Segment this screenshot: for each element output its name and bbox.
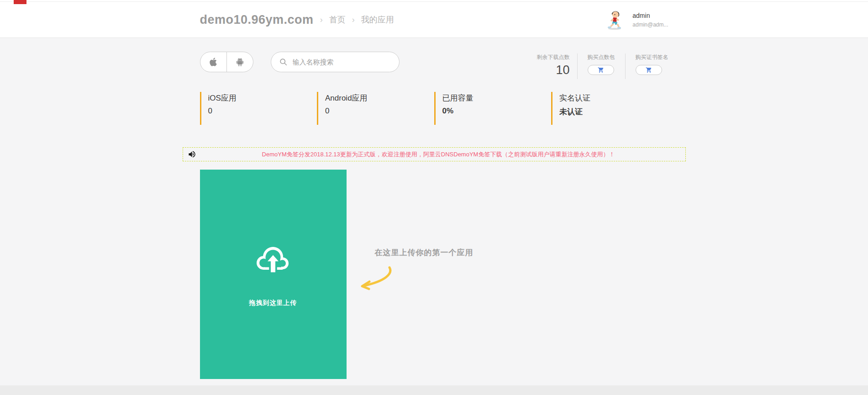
stat-label: 已用容量 bbox=[442, 93, 552, 103]
upload-hint: 在这里上传你的第一个应用 bbox=[375, 247, 473, 258]
breadcrumb-separator: › bbox=[320, 15, 323, 25]
remaining-points: 剩余下载点数 10 bbox=[537, 53, 577, 79]
dropzone-label: 拖拽到这里上传 bbox=[249, 299, 297, 307]
avatar[interactable] bbox=[604, 9, 625, 30]
search-input[interactable] bbox=[293, 58, 391, 66]
header: demo10.96ym.com › 首页 › 我的应用 bbox=[0, 2, 868, 38]
filter-android-button[interactable] bbox=[226, 52, 253, 72]
top-left-red-mark bbox=[14, 0, 26, 4]
breadcrumb-current[interactable]: 我的应用 bbox=[361, 14, 394, 25]
android-icon bbox=[236, 57, 244, 67]
buy-points-block: 购买点数包 bbox=[578, 53, 625, 79]
breadcrumb-separator: › bbox=[352, 15, 355, 25]
stat-value: 未认证 bbox=[559, 107, 668, 117]
site-title: demo10.96ym.com bbox=[200, 13, 314, 27]
filter-ios-button[interactable] bbox=[200, 52, 226, 72]
buy-certificate-button[interactable] bbox=[636, 65, 662, 75]
upload-hint-text: 在这里上传你的第一个应用 bbox=[375, 247, 473, 258]
buy-certificate-block: 购买证书签名 bbox=[626, 53, 668, 79]
stat-value: 0 bbox=[325, 107, 434, 116]
notice-banner: DemoYM免签分发2018.12.13更新为正式版，欢迎注册使用，阿里云DNS… bbox=[183, 147, 686, 161]
user-email: admin@adm... bbox=[632, 21, 668, 28]
toolbar: 剩余下载点数 10 购买点数包 购买证书签名 bbox=[200, 52, 668, 79]
stat-real-name-auth: 实名认证 未认证 bbox=[551, 92, 668, 125]
stat-used-capacity: 已用容量 0% bbox=[434, 92, 552, 125]
upload-dropzone[interactable]: 拖拽到这里上传 bbox=[200, 170, 347, 379]
user-name: admin bbox=[632, 12, 668, 19]
remaining-points-value: 10 bbox=[537, 63, 570, 77]
search-icon bbox=[279, 58, 287, 66]
cart-icon bbox=[598, 67, 604, 73]
stat-label: 实名认证 bbox=[559, 93, 668, 103]
breadcrumb-home[interactable]: 首页 bbox=[329, 14, 346, 25]
stats-row: iOS应用 0 Android应用 0 已用容量 0% 实名认证 未认证 bbox=[200, 92, 668, 125]
search-box bbox=[271, 52, 400, 72]
remaining-points-label: 剩余下载点数 bbox=[537, 53, 570, 61]
buy-points-button[interactable] bbox=[588, 65, 614, 75]
upload-section: 拖拽到这里上传 在这里上传你的第一个应用 bbox=[200, 170, 668, 379]
platform-filter bbox=[200, 52, 253, 72]
stat-label: iOS应用 bbox=[208, 93, 317, 103]
stat-value: 0 bbox=[208, 107, 317, 116]
curved-arrow-icon bbox=[357, 266, 393, 291]
speaker-icon bbox=[188, 150, 196, 159]
cart-icon bbox=[646, 67, 652, 73]
footer-bar bbox=[0, 385, 868, 395]
stat-android-apps: Android应用 0 bbox=[317, 92, 434, 125]
buy-points-label: 购买点数包 bbox=[588, 53, 615, 61]
stat-ios-apps: iOS应用 0 bbox=[200, 92, 317, 125]
stat-label: Android应用 bbox=[325, 93, 434, 103]
user-menu[interactable]: admin admin@adm... bbox=[604, 9, 668, 30]
apple-icon bbox=[209, 57, 217, 67]
notice-text: DemoYM免签分发2018.12.13更新为正式版，欢迎注册使用，阿里云DNS… bbox=[196, 150, 681, 159]
buy-certificate-label: 购买证书签名 bbox=[636, 53, 668, 61]
cloud-upload-icon bbox=[255, 241, 291, 278]
stat-value: 0% bbox=[442, 107, 552, 116]
